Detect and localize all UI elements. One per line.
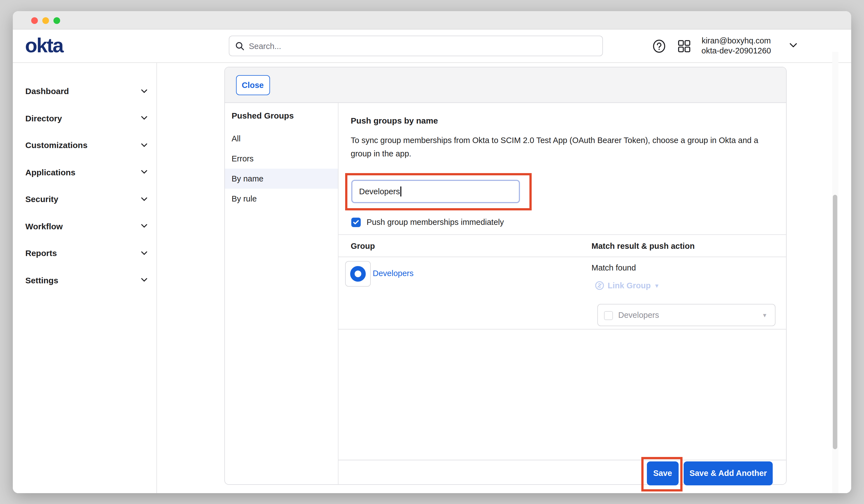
sidebar-item-workflow[interactable]: Workflow <box>13 213 156 240</box>
chevron-down-icon <box>141 278 147 283</box>
save-add-another-button[interactable]: Save & Add Another <box>684 461 773 485</box>
sidebar-item-dashboard[interactable]: Dashboard <box>13 77 156 105</box>
title-bar <box>13 11 851 29</box>
page-title: Push groups by name <box>351 116 438 125</box>
chevron-down-icon <box>141 143 147 147</box>
sidebar-item-label: Applications <box>25 168 75 177</box>
chevron-down-icon <box>141 224 147 228</box>
description-text: To sync group memberships from Okta to S… <box>351 134 767 160</box>
subnav-item-by-name[interactable]: By name <box>225 169 338 189</box>
account-menu[interactable]: kiran@boxyhq.com okta-dev-20901260 <box>701 36 771 56</box>
group-icon <box>350 266 366 281</box>
chevron-down-icon <box>141 197 147 202</box>
target-group-select[interactable]: Developers ▼ <box>597 304 775 326</box>
sidebar-item-label: Directory <box>25 113 62 123</box>
checkbox-label[interactable]: Push group memberships immediately <box>367 218 504 227</box>
sidebar-item-reports[interactable]: Reports <box>13 240 156 267</box>
group-avatar <box>345 261 371 287</box>
okta-admin-window: okta kiran@boxyhq.com <box>13 11 851 493</box>
chevron-down-icon <box>141 116 147 120</box>
content-area: Close Pushed Groups All Errors By name B… <box>157 63 851 493</box>
push-groups-main: Push groups by name To sync group member… <box>338 103 786 484</box>
sidebar-item-customizations[interactable]: Customizations <box>13 132 156 159</box>
push-immediately-checkbox[interactable] <box>351 218 360 227</box>
sidebar-item-settings[interactable]: Settings <box>13 267 156 293</box>
sidebar-item-label: Settings <box>25 276 58 285</box>
subnav-item-all[interactable]: All <box>225 129 338 148</box>
column-header-match: Match result & push action <box>591 242 695 251</box>
sidebar-item-security[interactable]: Security <box>13 185 156 213</box>
help-icon[interactable] <box>652 39 666 53</box>
column-header-group: Group <box>351 242 375 251</box>
target-group-value: Developers <box>618 311 659 320</box>
search-input[interactable] <box>249 41 602 50</box>
scrollbar-thumb[interactable] <box>833 195 837 449</box>
window-close-button[interactable] <box>31 17 38 24</box>
sidebar-item-label: Workflow <box>25 221 63 231</box>
panel-top-bar: Close <box>225 67 786 103</box>
close-button[interactable]: Close <box>236 75 270 95</box>
group-input-value: Developers <box>359 187 400 196</box>
sidebar-item-label: Reports <box>25 249 57 258</box>
save-bar: Save Save & Add Another <box>338 460 786 484</box>
apps-grid-icon[interactable] <box>677 39 691 53</box>
save-button[interactable]: Save <box>647 461 679 485</box>
link-icon <box>595 281 604 290</box>
checkmark-icon <box>353 220 359 225</box>
sidebar-item-applications[interactable]: Applications <box>13 159 156 185</box>
match-status: Match found <box>591 263 636 272</box>
push-groups-panel: Close Pushed Groups All Errors By name B… <box>224 67 786 485</box>
group-name-link[interactable]: Developers <box>373 269 413 278</box>
subnav-item-by-rule[interactable]: By rule <box>225 189 338 209</box>
table-row: Developers Match found Link Group ▼ <box>338 257 786 329</box>
chevron-down-icon <box>141 251 147 255</box>
target-group-placeholder-icon <box>604 311 613 320</box>
account-email: kiran@boxyhq.com <box>701 36 771 46</box>
desktop: okta kiran@boxyhq.com <box>0 0 864 504</box>
okta-logo: okta <box>25 35 63 57</box>
search-icon <box>236 41 244 50</box>
link-group-action[interactable]: Link Group ▼ <box>595 281 660 290</box>
chevron-down-icon <box>141 89 147 94</box>
sidebar: Dashboard Directory Customizations Appli… <box>13 63 157 493</box>
annotation-highlight-input: Developers <box>345 173 532 211</box>
link-group-caret-icon: ▼ <box>654 283 660 289</box>
panel-body: Pushed Groups All Errors By name By rule… <box>225 103 786 484</box>
window-minimize-button[interactable] <box>42 17 49 24</box>
sidebar-item-label: Security <box>25 194 58 204</box>
vertical-scrollbar[interactable] <box>832 52 838 493</box>
window-zoom-button[interactable] <box>53 17 60 24</box>
select-caret-icon: ▼ <box>762 312 767 319</box>
app-header: okta kiran@boxyhq.com <box>13 29 851 63</box>
subnav-item-errors[interactable]: Errors <box>225 148 338 169</box>
group-name-input[interactable]: Developers <box>351 180 520 203</box>
global-search[interactable] <box>229 36 603 56</box>
immediate-push-row: Push group memberships immediately <box>351 218 504 227</box>
table-header: Group Match result & push action <box>338 234 786 257</box>
account-org: okta-dev-20901260 <box>701 46 771 56</box>
link-group-label: Link Group <box>608 281 651 290</box>
sidebar-item-label: Customizations <box>25 141 87 150</box>
pushed-groups-subnav: Pushed Groups All Errors By name By rule <box>225 103 338 484</box>
chevron-down-icon <box>141 170 147 175</box>
sidebar-item-label: Dashboard <box>25 86 69 96</box>
sidebar-item-directory[interactable]: Directory <box>13 105 156 132</box>
account-chevron-down-icon[interactable] <box>789 43 797 48</box>
subnav-title: Pushed Groups <box>231 111 338 120</box>
annotation-highlight-save: Save <box>641 457 682 491</box>
text-cursor <box>400 187 401 196</box>
